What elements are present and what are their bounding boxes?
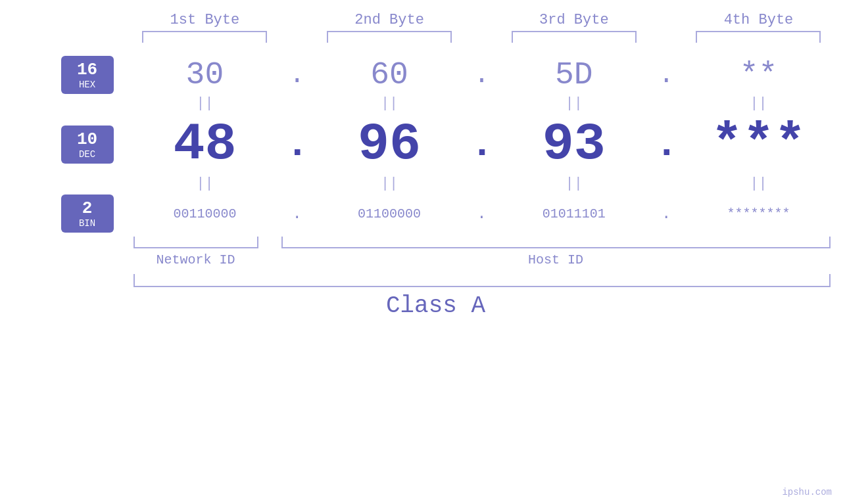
net-bracket [133,237,258,248]
dot-hex-3: . [655,60,678,90]
dot-bin-2: . [470,205,493,223]
eq1-sep3 [655,95,678,112]
hex-b1: 30 [142,57,267,93]
eq1-sep2 [470,95,493,112]
hex-badge: 16 HEX [61,56,114,94]
class-label-row: Class A [41,292,831,319]
bracket2 [327,31,452,43]
large-spacer [41,274,133,287]
dec-badge-slot: 10 DEC [41,126,133,164]
dot-hex-1: . [285,60,308,90]
eq2-sep3 [655,175,678,192]
bracket-spacer [41,31,133,43]
eq-values-1: || || || || [133,95,831,112]
id-labels-row: Network ID Host ID [41,252,831,267]
eq2-sep2 [470,175,493,192]
eq2-b1: || [142,175,267,192]
hex-badge-label: HEX [68,80,107,90]
header-spacer [41,12,133,28]
bin-badge-label: BIN [68,218,107,229]
dec-badge-label: DEC [68,149,107,160]
bin-b4: ******** [696,206,821,221]
dec-badge: 10 DEC [61,126,114,164]
eq1-b1: || [142,95,267,112]
byte3-header: 3rd Byte [512,12,637,28]
watermark: ipshu.com [782,487,832,497]
labels-sep [258,252,281,267]
large-bracket [133,274,831,287]
byte1-header: 1st Byte [142,12,267,28]
hex-b3: 5D [512,57,637,93]
bracket3 [512,31,637,43]
eq1-b2: || [327,95,452,112]
eq-values-2: || || || || [133,175,831,192]
dot-bin-3: . [655,205,678,223]
bracket1 [142,31,267,43]
byte2-header: 2nd Byte [327,12,452,28]
host-id-label: Host ID [281,252,831,267]
hex-b4: ** [696,57,821,93]
eq-row-2: || || || || [41,175,831,192]
dot-dec-1: . [285,122,308,167]
dot-hex-2: . [470,60,493,90]
bracket4 [696,31,821,43]
bracket-row [133,31,831,43]
dot-dec-2: . [470,122,493,167]
dot-bin-1: . [285,205,308,223]
bin-badge: 2 BIN [61,195,114,233]
bot-bracket-spacer [41,237,133,248]
full-layout: 1st Byte 2nd Byte 3rd Byte 4th Byte [0,0,845,319]
dec-b1: 48 [142,114,267,174]
bin-row: 2 BIN 00110000 . 01100000 . 01011101 [41,195,831,233]
bin-b2: 01100000 [327,206,452,221]
hex-row: 16 HEX 30 . 60 . 5D [41,56,831,94]
bottom-brackets [41,237,831,248]
bot-bracket-row [133,237,831,248]
hex-b2: 60 [327,57,452,93]
eq1-b4: || [696,95,821,112]
top-brackets [41,31,831,43]
byte4-header: 4th Byte [696,12,821,28]
dec-b3: 93 [512,114,637,174]
eq2-b4: || [696,175,821,192]
header-row: 1st Byte 2nd Byte 3rd Byte 4th Byte [133,12,831,28]
bin-badge-number: 2 [68,198,107,218]
network-id-label: Network ID [133,252,258,267]
host-bracket [281,237,831,248]
main-container: 1st Byte 2nd Byte 3rd Byte 4th Byte [0,0,845,504]
eq-row-1: || || || || [41,95,831,112]
hex-badge-slot: 16 HEX [41,56,133,94]
hex-values: 30 . 60 . 5D . ** [133,57,831,93]
dec-row: 10 DEC 48 . 96 . 93 [41,114,831,174]
dec-b2: 96 [327,114,452,174]
eq2-sep1 [285,175,308,192]
bin-badge-slot: 2 BIN [41,195,133,233]
eq1-b3: || [512,95,637,112]
bin-b1: 00110000 [142,206,267,221]
eq2-b2: || [327,175,452,192]
dec-badge-number: 10 [68,129,107,149]
class-label: Class A [386,292,485,319]
eq2-b3: || [512,175,637,192]
large-bracket-row [41,274,831,287]
hex-badge-number: 16 [68,60,107,80]
bin-b3: 01011101 [512,206,637,221]
eq1-sep1 [285,95,308,112]
bin-values: 00110000 . 01100000 . 01011101 . [133,205,831,223]
dec-values: 48 . 96 . 93 . *** [133,114,831,174]
dot-dec-3: . [655,122,678,167]
dec-b4: *** [696,114,821,174]
labels-spacer [41,252,133,267]
byte-headers: 1st Byte 2nd Byte 3rd Byte 4th Byte [41,12,831,28]
